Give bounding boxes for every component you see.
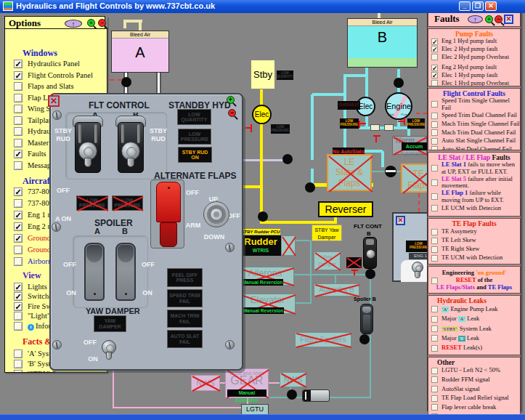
faults-section-title: Pump Faults	[428, 29, 520, 38]
checkbox[interactable]	[431, 255, 438, 262]
checkbox[interactable]	[431, 179, 438, 186]
checkbox[interactable]	[14, 127, 23, 136]
checkbox[interactable]	[431, 121, 438, 128]
rudder-box: Rudder WTRIS	[240, 235, 281, 256]
checkbox[interactable]	[14, 350, 23, 358]
checkbox[interactable]	[431, 335, 438, 342]
faults-close-button[interactable]: ✕	[504, 15, 513, 24]
fault-row: Speed Trim Single Channel Fail	[428, 97, 520, 112]
shutoff-valve	[346, 257, 362, 268]
auto-slat-fail-indicator: AUTO SLAT FAIL	[167, 330, 203, 348]
checkbox[interactable]	[431, 404, 438, 411]
fault-row: TE Assymetry	[428, 227, 520, 236]
checkbox[interactable]	[431, 229, 438, 235]
ailerons-manual-reversion: Manual Reversion	[242, 279, 283, 286]
checkbox[interactable]	[14, 257, 23, 266]
checkbox[interactable]: ✓	[14, 283, 23, 291]
fault-row: ✓Elec 2 Hyd pump fault	[428, 46, 520, 54]
low-pressure-indicator: LOW PRESSURE	[178, 129, 211, 145]
faults-section-title: Hydraulic Leaks	[428, 296, 520, 304]
checkbox[interactable]	[431, 345, 438, 352]
checkbox[interactable]	[431, 80, 438, 86]
flt-control-a-switch[interactable]	[75, 116, 101, 174]
checkbox[interactable]	[431, 395, 438, 402]
checkbox[interactable]	[431, 306, 438, 312]
flt-cont-b-label: B	[367, 230, 371, 237]
checkbox[interactable]	[431, 165, 438, 171]
checkbox[interactable]: ✓	[14, 234, 23, 243]
alternate-flaps-guard-switch[interactable]	[156, 182, 181, 222]
fault-row: Speed Trim Dual Channel Fail	[428, 112, 520, 121]
fault-row: Rudder FFM signal	[428, 376, 520, 385]
checkbox[interactable]	[14, 360, 23, 368]
checkbox[interactable]	[14, 246, 23, 254]
checkbox[interactable]: ✓	[431, 65, 438, 71]
checkbox[interactable]	[14, 370, 23, 373]
faults-collapse-button[interactable]: ↑	[468, 15, 483, 23]
flt-control-b-switch[interactable]	[118, 116, 144, 174]
option-row: ✓Hydraulics Panel	[5, 60, 107, 70]
spoiler-a-switch[interactable]	[84, 243, 105, 301]
checkbox[interactable]	[14, 199, 23, 208]
elec-a-low-pressure: LOW PRESSURE	[271, 124, 290, 134]
checkbox[interactable]	[431, 113, 438, 119]
checkbox[interactable]	[431, 193, 438, 200]
checkbox[interactable]	[14, 116, 23, 125]
checkbox[interactable]: ✓	[14, 150, 23, 158]
checkbox[interactable]	[431, 146, 438, 150]
checkbox[interactable]	[431, 278, 438, 284]
flt-control-title: FLT CONTROL	[89, 100, 150, 110]
checkbox[interactable]	[14, 312, 23, 320]
checkbox[interactable]	[431, 138, 438, 145]
minimize-button[interactable]: _	[459, 1, 471, 11]
checkbox[interactable]: ✓	[431, 72, 438, 78]
mini-window-close-button[interactable]: ✕	[396, 216, 405, 225]
checkbox[interactable]	[431, 386, 438, 392]
checkbox[interactable]	[14, 322, 23, 331]
options-zoom-out-button[interactable]: −	[98, 19, 106, 27]
checkbox[interactable]	[14, 139, 23, 148]
overheat-indicator: OVERHEAT	[338, 101, 360, 110]
checkbox[interactable]: ✓	[14, 71, 23, 80]
checkbox[interactable]: ✓	[14, 60, 23, 68]
checkbox[interactable]: ✓	[14, 211, 23, 219]
options-collapse-button[interactable]: ↑	[65, 20, 82, 28]
fault-row: Mach Trim Dual Channel Fail	[428, 129, 520, 137]
flight-spoilers-box: Flight Spoilers	[295, 332, 351, 347]
checkbox[interactable]	[14, 94, 23, 102]
checkbox[interactable]	[431, 316, 438, 323]
checkbox[interactable]	[431, 368, 438, 374]
rudder-actuator-box	[281, 235, 296, 256]
close-button[interactable]: ✕	[485, 1, 497, 11]
faults-zoom-out-button[interactable]: −	[495, 15, 502, 23]
standby-reservoir: Stby	[251, 60, 275, 89]
checkbox[interactable]	[431, 54, 438, 60]
taskbar[interactable]	[0, 414, 525, 420]
stby-rud-on-indicator: STBY RUD ON	[178, 147, 212, 163]
checkbox[interactable]	[14, 82, 23, 91]
checkbox[interactable]: ✓	[14, 292, 23, 301]
checkbox[interactable]: ✓	[431, 46, 438, 52]
checkbox[interactable]: ✓	[14, 187, 23, 196]
checkbox[interactable]	[14, 105, 23, 113]
flight-panel-close-button[interactable]: ✕	[48, 95, 60, 107]
reverser-box: Reverser	[318, 201, 373, 217]
checkbox[interactable]	[431, 238, 438, 244]
checkbox[interactable]: ✓	[14, 302, 23, 311]
checkbox[interactable]	[431, 246, 438, 253]
spoiler-b-switch[interactable]	[115, 243, 136, 301]
checkbox[interactable]	[431, 101, 438, 108]
checkbox[interactable]: ✓	[14, 222, 23, 231]
checkbox[interactable]	[431, 326, 438, 332]
checkbox[interactable]	[431, 205, 438, 211]
checkbox[interactable]	[431, 129, 438, 136]
spoiler-b-switch[interactable]	[360, 304, 373, 334]
restore-button[interactable]: ❐	[472, 1, 484, 11]
checkbox[interactable]	[431, 376, 438, 383]
options-zoom-in-button[interactable]: +	[87, 19, 95, 27]
checkbox[interactable]	[14, 161, 23, 170]
flt-cont-b-switch[interactable]	[363, 237, 377, 269]
checkbox[interactable]: ✓	[431, 39, 438, 45]
faults-zoom-in-button[interactable]: +	[485, 15, 493, 23]
alternate-flaps-rotary[interactable]	[203, 201, 229, 227]
